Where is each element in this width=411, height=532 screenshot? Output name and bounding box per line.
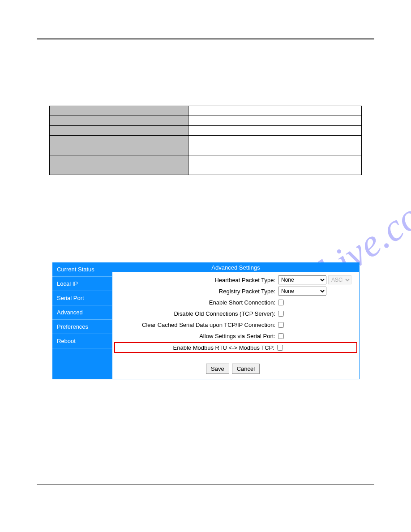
parameter-table xyxy=(49,106,362,175)
param-name-cell xyxy=(50,126,188,136)
sidebar-item-label: Serial Port xyxy=(57,295,84,301)
modbus-label: Enable Modbus RTU <-> Modbus TCP: xyxy=(116,344,277,351)
sidebar-item-advanced[interactable]: Advanced xyxy=(52,305,112,320)
param-name-cell xyxy=(50,136,188,155)
cancel-button[interactable]: Cancel xyxy=(232,364,260,374)
ascii-select: ASCII xyxy=(328,275,351,284)
advanced-settings-panel: Advanced Settings Heartbeat Packet Type:… xyxy=(112,262,360,379)
param-name-cell xyxy=(50,116,188,126)
sidebar-item-label: Current Status xyxy=(57,266,94,273)
button-row: Save Cancel xyxy=(206,364,260,374)
table-row xyxy=(50,136,362,155)
sidebar-item-current-status[interactable]: Current Status xyxy=(52,262,112,277)
short-connection-checkbox[interactable] xyxy=(278,300,284,305)
registry-select[interactable]: None xyxy=(278,287,326,296)
param-value-cell xyxy=(188,116,362,126)
clear-cache-label: Clear Cached Serial Data upon TCP/IP Con… xyxy=(115,322,278,328)
sidebar-item-label: Preferences xyxy=(57,323,88,330)
allow-serial-checkbox[interactable] xyxy=(278,333,284,339)
param-value-cell xyxy=(188,155,362,165)
sidebar-item-label: Reboot xyxy=(57,338,76,344)
table-row xyxy=(50,116,362,126)
table-row xyxy=(50,126,362,136)
heartbeat-label: Heartbeat Packet Type: xyxy=(115,277,278,283)
param-value-cell xyxy=(188,126,362,136)
page-top-rule xyxy=(37,39,374,39)
row-registry: Registry Packet Type: None xyxy=(115,286,356,296)
table-row xyxy=(50,165,362,175)
param-value-cell xyxy=(188,165,362,175)
page-bottom-rule xyxy=(37,485,374,485)
panel-title: Advanced Settings xyxy=(112,263,359,272)
sidebar-item-reboot[interactable]: Reboot xyxy=(52,334,112,348)
allow-serial-label: Allow Settings via Serial Port: xyxy=(115,333,278,339)
row-modbus-highlighted: Enable Modbus RTU <-> Modbus TCP: xyxy=(114,342,357,353)
disable-old-label: Disable Old Connections (TCP Server): xyxy=(115,310,278,317)
settings-ui: Current Status Local IP Serial Port Adva… xyxy=(52,262,360,379)
save-button[interactable]: Save xyxy=(206,364,229,374)
sidebar: Current Status Local IP Serial Port Adva… xyxy=(52,262,112,379)
panel-body: Heartbeat Packet Type: None ASCII Regist… xyxy=(112,272,359,356)
row-short-connection: Enable Short Connection: xyxy=(115,297,356,307)
table-row xyxy=(50,106,362,116)
sidebar-item-preferences[interactable]: Preferences xyxy=(52,320,112,334)
sidebar-item-local-ip[interactable]: Local IP xyxy=(52,277,112,291)
sidebar-filler xyxy=(52,348,112,379)
modbus-checkbox[interactable] xyxy=(277,345,283,351)
sidebar-item-label: Local IP xyxy=(57,280,78,287)
sidebar-item-serial-port[interactable]: Serial Port xyxy=(52,291,112,305)
clear-cache-checkbox[interactable] xyxy=(278,322,284,328)
disable-old-checkbox[interactable] xyxy=(278,311,284,317)
short-connection-label: Enable Short Connection: xyxy=(115,299,278,306)
registry-label: Registry Packet Type: xyxy=(115,288,278,295)
row-disable-old: Disable Old Connections (TCP Server): xyxy=(115,309,356,318)
param-value-cell xyxy=(188,136,362,155)
param-name-cell xyxy=(50,106,188,116)
heartbeat-select[interactable]: None xyxy=(278,275,326,284)
sidebar-item-label: Advanced xyxy=(57,309,83,316)
row-allow-serial: Allow Settings via Serial Port: xyxy=(115,331,356,341)
param-name-cell xyxy=(50,165,188,175)
table-row xyxy=(50,155,362,165)
param-name-cell xyxy=(50,155,188,165)
param-value-cell xyxy=(188,106,362,116)
row-clear-cache: Clear Cached Serial Data upon TCP/IP Con… xyxy=(115,320,356,330)
row-heartbeat: Heartbeat Packet Type: None ASCII xyxy=(115,275,356,285)
